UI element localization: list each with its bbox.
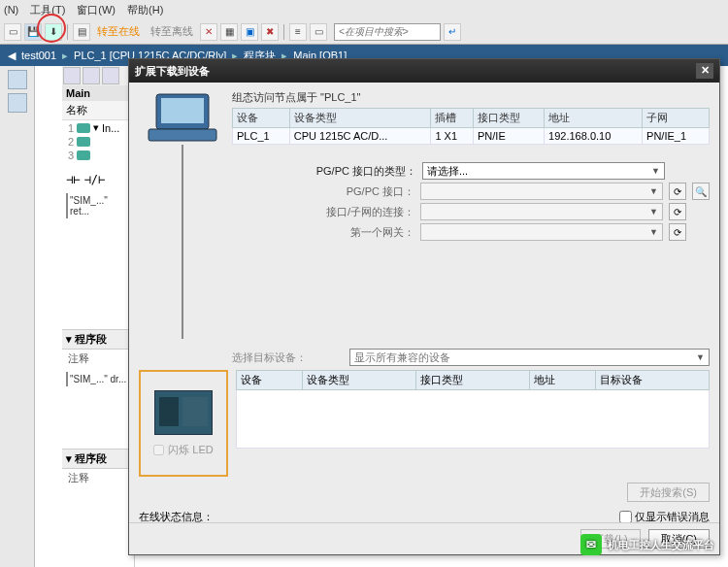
- tag-icon: [77, 123, 90, 133]
- dialog-titlebar: 扩展下载到设备 ✕: [129, 59, 719, 83]
- device-row[interactable]: PLC_1 CPU 1215C AC/D... 1 X1 PN/IE 192.1…: [233, 128, 710, 145]
- watermark: ✉ 机电工控人生交流平台: [580, 534, 714, 555]
- pgpc-if-combo: ▼: [420, 183, 663, 200]
- th-slot[interactable]: 插槽: [431, 109, 474, 128]
- toolbar-btn-e[interactable]: ≡: [289, 23, 307, 41]
- ladder-symbols: ⊣⊢⊣/⊢: [62, 170, 134, 189]
- th-subnet[interactable]: 子网: [643, 109, 710, 128]
- main-toolbar: ▭ 💾 ⬇ ▤ 转至在线 转至离线 ✕ ▦ ▣ ✖ ≡ ▭ ↵: [0, 19, 728, 45]
- search-icon[interactable]: 🔍: [692, 183, 710, 200]
- refresh-icon[interactable]: ⟳: [669, 203, 686, 220]
- toolbar-btn-c[interactable]: ▣: [241, 23, 258, 41]
- sb-tool-2[interactable]: [83, 67, 100, 84]
- results-table: 设备 设备类型 接口类型 地址 目标设备: [236, 370, 710, 449]
- sb-tool-1[interactable]: [63, 67, 81, 84]
- close-icon[interactable]: ✕: [696, 63, 713, 79]
- bc-item-project[interactable]: test001: [21, 50, 56, 61]
- sidebar-title: Main: [62, 85, 134, 101]
- th-type[interactable]: 设备类型: [289, 109, 431, 128]
- save-icon[interactable]: 💾: [24, 23, 42, 41]
- pgpc-if-label: PG/PC 接口：: [308, 184, 414, 199]
- pgpc-type-combo[interactable]: 请选择...▼: [422, 162, 665, 180]
- chevron-down-icon: ▼: [696, 352, 705, 362]
- sidebar-row-3[interactable]: 3: [62, 149, 134, 162]
- blink-led-label: 闪烁 LED: [168, 443, 213, 457]
- tag-icon: [77, 137, 90, 147]
- sidebar-row-1[interactable]: 1▾In...: [62, 120, 134, 135]
- toolbar-btn-b[interactable]: ▦: [220, 23, 238, 41]
- dialog-title: 扩展下载到设备: [135, 64, 210, 79]
- go-online-button[interactable]: 转至在线: [97, 24, 140, 39]
- plc-icon: [154, 390, 213, 435]
- separator: [283, 24, 284, 40]
- results-empty-row: [237, 390, 710, 449]
- chevron-right-icon: ▸: [62, 50, 68, 62]
- menu-tools[interactable]: 工具(T): [30, 3, 65, 17]
- menu-bar: (N) 工具(T) 窗口(W) 帮助(H): [0, 0, 728, 19]
- sidebar-col-name: 名称: [62, 101, 134, 120]
- sidebar-toolbar: [62, 66, 134, 85]
- gutter-icon[interactable]: [8, 70, 27, 89]
- toolbar-btn-4[interactable]: ▤: [73, 23, 90, 41]
- sim-block-2[interactable]: "SIM_..." dr...: [66, 372, 130, 386]
- code-strip: [35, 66, 62, 567]
- subnet-conn-label: 接口/子网的连接：: [308, 205, 414, 219]
- chevron-down-icon: ▼: [651, 166, 660, 176]
- th-iface[interactable]: 接口类型: [474, 109, 545, 128]
- rt-type[interactable]: 设备类型: [303, 371, 416, 390]
- rt-iface[interactable]: 接口类型: [416, 371, 530, 390]
- section-comment: 注释: [62, 350, 134, 368]
- svg-rect-1: [161, 98, 204, 123]
- go-offline-button[interactable]: 转至离线: [150, 24, 193, 39]
- blink-led-checkbox: [153, 445, 164, 455]
- sb-tool-3[interactable]: [102, 67, 119, 84]
- first-gw-label: 第一个网关：: [308, 225, 414, 240]
- th-addr[interactable]: 地址: [545, 109, 643, 128]
- sidebar-row-2[interactable]: 2: [62, 135, 134, 149]
- rt-device[interactable]: 设备: [237, 371, 303, 390]
- first-gw-combo: ▼: [420, 223, 663, 241]
- separator: [67, 24, 68, 40]
- toolbar-btn-1[interactable]: ▭: [4, 23, 21, 41]
- section-segment-2[interactable]: ▾ 程序段: [62, 449, 134, 469]
- pgpc-type-label: PG/PC 接口的类型：: [310, 164, 416, 179]
- section-comment-2: 注释: [62, 469, 134, 487]
- bc-back-icon[interactable]: ◀: [8, 50, 16, 62]
- online-status-label: 在线状态信息：: [139, 510, 214, 522]
- svg-rect-2: [149, 129, 216, 141]
- download-icon[interactable]: ⬇: [45, 23, 62, 41]
- only-errors-check[interactable]: 仅显示错误消息: [619, 510, 710, 522]
- sim-block-1[interactable]: "SIM_..." ret...: [66, 193, 130, 218]
- toolbar-btn-d[interactable]: ✖: [261, 23, 279, 41]
- left-gutter: [0, 66, 35, 567]
- section-segment[interactable]: ▾ 程序段: [62, 329, 134, 350]
- toolbar-btn-a[interactable]: ✕: [200, 23, 217, 41]
- select-target-label: 选择目标设备：: [232, 350, 344, 365]
- th-device[interactable]: 设备: [233, 109, 290, 128]
- menu-n[interactable]: (N): [4, 4, 18, 16]
- rt-target[interactable]: 目标设备: [596, 371, 710, 390]
- menu-window[interactable]: 窗口(W): [77, 3, 116, 17]
- connection-line: [182, 145, 183, 339]
- laptop-icon: [145, 90, 220, 147]
- download-dialog: 扩展下载到设备 ✕ 组态访问节点属于 "PLC_1" 设备 设备类型 插槽: [128, 58, 720, 555]
- subnet-conn-combo: ▼: [420, 203, 663, 220]
- toolbar-btn-g[interactable]: ↵: [444, 23, 461, 41]
- refresh-icon[interactable]: ⟳: [669, 223, 686, 241]
- start-search-button: 开始搜索(S): [627, 483, 710, 502]
- sidebar: Main 名称 1▾In... 2 3 ⊣⊢⊣/⊢ "SIM_..." ret.…: [62, 66, 135, 567]
- project-search-input[interactable]: [334, 23, 441, 41]
- only-errors-checkbox[interactable]: [619, 511, 632, 522]
- target-device-preview: 闪烁 LED: [139, 370, 228, 477]
- refresh-icon[interactable]: ⟳: [669, 183, 686, 200]
- toolbar-btn-f[interactable]: ▭: [310, 23, 327, 41]
- select-target-combo[interactable]: 显示所有兼容的设备▼: [349, 349, 710, 366]
- gutter-icon[interactable]: [8, 93, 27, 113]
- access-node-label: 组态访问节点属于 "PLC_1": [232, 90, 710, 105]
- menu-help[interactable]: 帮助(H): [127, 3, 163, 17]
- rt-addr[interactable]: 地址: [529, 371, 595, 390]
- wechat-icon: ✉: [580, 534, 602, 555]
- device-table: 设备 设备类型 插槽 接口类型 地址 子网 PLC_1 CPU 1215C AC…: [232, 108, 710, 145]
- tag-icon: [77, 150, 90, 160]
